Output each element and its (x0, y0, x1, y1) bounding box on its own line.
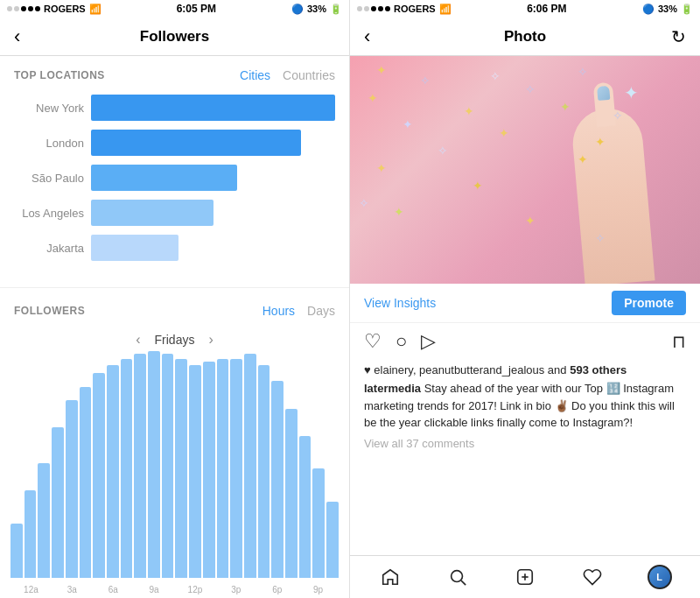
section-divider (0, 287, 349, 288)
star-17: ✧ (595, 231, 606, 245)
bluetooth-icon-right: 🔵 (642, 4, 654, 15)
top-locations-header: TOP LOCATIONS Cities Countries (0, 56, 349, 89)
hand-decoration (570, 106, 654, 284)
time-label-6: 6p (256, 585, 298, 594)
star-8: ✦ (560, 100, 570, 114)
hour-bar-19 (271, 381, 284, 578)
prev-day-button[interactable]: ‹ (136, 332, 140, 348)
share-button[interactable]: ▷ (421, 330, 436, 353)
back-button-right[interactable]: ‹ (364, 25, 370, 48)
hour-bar-9 (134, 354, 146, 578)
signal-dot-3 (21, 6, 26, 11)
time-label-5: 3p (215, 585, 256, 594)
hour-bar-0 (10, 524, 23, 578)
wifi-icon-right: 📶 (439, 4, 452, 15)
bar-fill-3 (91, 200, 214, 226)
post-icons-bar: ♡ ○ ▷ ⊓ (350, 323, 700, 360)
bar-row-0: New York (14, 95, 335, 121)
post-content: ♥ elainery, peanutbutterand_jealous and … (350, 360, 700, 555)
nav-likes[interactable] (573, 558, 612, 596)
comment-button[interactable]: ○ (396, 330, 407, 353)
bar-track-0 (91, 95, 335, 121)
star-7: ✦ (499, 126, 509, 140)
battery-icon-right: 🔋 (681, 4, 693, 15)
time-label-7: 9p (298, 585, 339, 594)
current-day-label: Fridays (155, 333, 195, 347)
bar-track-4 (91, 235, 335, 261)
hour-bar-6 (93, 373, 105, 578)
bar-label-1: London (14, 137, 84, 150)
tab-days[interactable]: Days (307, 304, 335, 318)
signal-dots (7, 6, 40, 11)
hour-bar-8 (121, 359, 133, 578)
right-status-bar: ROGERS 📶 6:06 PM 🔵 33% 🔋 (350, 0, 700, 18)
bar-fill-1 (91, 130, 301, 156)
bookmark-button[interactable]: ⊓ (672, 331, 686, 352)
followers-section: FOLLOWERS Hours Days ‹ Fridays › 12a3a6a… (0, 292, 349, 598)
bottom-nav: L (350, 555, 700, 598)
page-title-followers: Followers (140, 28, 209, 46)
hour-bar-18 (258, 365, 270, 578)
view-comments-button[interactable]: View all 37 comments (364, 437, 686, 450)
star-4: ✧ (490, 69, 500, 83)
carrier-left: ROGERS (44, 4, 86, 14)
svg-point-0 (452, 571, 463, 582)
hour-bar-3 (52, 427, 64, 578)
carrier-right: ROGERS (394, 4, 436, 14)
battery-left: 33% (307, 4, 326, 14)
tab-countries[interactable]: Countries (283, 68, 335, 82)
status-right-left: ROGERS 📶 (357, 4, 452, 15)
post-username[interactable]: latermedia (364, 382, 421, 395)
bar-row-1: London (14, 130, 335, 156)
nav-search[interactable] (438, 558, 477, 596)
view-insights-button[interactable]: View Insights (364, 296, 436, 310)
bar-fill-4 (91, 235, 178, 261)
hour-bar-20 (285, 409, 298, 578)
time-right: 6:06 PM (527, 3, 566, 15)
promote-button[interactable]: Promote (612, 291, 686, 315)
post-icons-left: ♡ ○ ▷ (364, 330, 436, 353)
hour-bar-14 (203, 362, 215, 578)
hour-bar-2 (38, 463, 50, 578)
star-14: ✦ (472, 179, 483, 193)
hour-bar-5 (80, 387, 92, 578)
battery-icon-left: 🔋 (330, 4, 342, 15)
hour-bar-7 (107, 365, 119, 578)
likes-count: 593 others (570, 363, 626, 376)
signal-dot-r2 (364, 6, 369, 11)
tab-cities[interactable]: Cities (240, 68, 270, 82)
nav-add[interactable] (506, 558, 544, 596)
bar-track-1 (91, 130, 335, 156)
next-day-button[interactable]: › (208, 332, 213, 348)
hour-bar-16 (230, 359, 242, 578)
time-label-3: 9a (134, 585, 175, 594)
bar-label-4: Jakarta (14, 242, 84, 255)
nav-home[interactable] (371, 558, 410, 596)
bar-fill-0 (91, 95, 335, 121)
signal-dot-1 (7, 6, 12, 11)
sparkle-icon: ✦ (624, 82, 639, 103)
star-3: ✦ (464, 104, 474, 118)
signal-dot-4 (28, 6, 33, 11)
hour-bar-4 (66, 400, 78, 578)
page-title-photo: Photo (504, 28, 546, 46)
tab-hours[interactable]: Hours (262, 304, 295, 318)
star-15: ✧ (359, 196, 369, 210)
like-button[interactable]: ♡ (364, 330, 382, 353)
bar-row-3: Los Angeles (14, 200, 335, 226)
star-19: ✦ (394, 205, 404, 219)
signal-dot-r1 (357, 6, 362, 11)
day-navigator: ‹ Fridays › (0, 325, 349, 351)
time-label-4: 12p (175, 585, 216, 594)
back-button-left[interactable]: ‹ (14, 25, 20, 48)
nail-decoration (597, 86, 610, 101)
time-tabs: Hours Days (262, 304, 335, 318)
bar-track-2 (91, 165, 335, 191)
followers-header: FOLLOWERS Hours Days (0, 292, 349, 325)
bar-label-3: Los Angeles (14, 207, 84, 220)
time-labels: 12a3a6a9a12p3p6p9p (0, 585, 349, 598)
refresh-button[interactable]: ↻ (671, 26, 686, 47)
bar-label-0: New York (14, 102, 84, 115)
nav-profile[interactable]: L (640, 558, 679, 596)
bluetooth-icon: 🔵 (291, 4, 304, 15)
